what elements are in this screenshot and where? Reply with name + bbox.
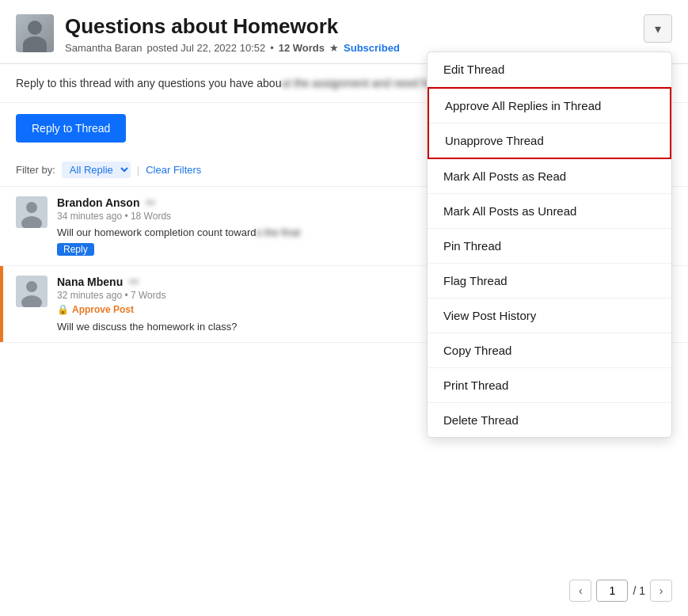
reply-badge-1: ▾▾ [146,197,155,208]
thread-posted: posted Jul 22, 2022 10:52 [147,42,266,54]
thread-text-prefix: Reply to this thread with any questions … [16,77,281,89]
dropdown-item-flag-thread[interactable]: Flag Thread [428,264,671,298]
highlighted-group: Approve All Replies in Thread Unapprove … [428,87,671,159]
filter-label: Filter by: [16,164,55,176]
dropdown-item-copy-thread[interactable]: Copy Thread [428,333,671,368]
approve-post-link[interactable]: 🔒 Approve Post [57,304,134,315]
reply-link-label-1: Reply [57,243,94,256]
thread-bullet: • [270,42,274,54]
page-total: / 1 [633,584,645,597]
pagination: ‹ / 1 › [569,580,672,602]
svg-point-1 [26,202,37,213]
subscribed-label: Subscribed [344,42,400,54]
dropdown-item-print-thread[interactable]: Print Thread [428,368,671,403]
dropdown-item-unapprove-thread[interactable]: Unapprove Thread [429,124,670,158]
dropdown-item-delete-thread[interactable]: Delete Thread [428,403,671,437]
dropdown-menu: Edit Thread Approve All Replies in Threa… [427,51,672,438]
dropdown-button[interactable]: ▾ [644,14,672,43]
reply-avatar-2 [16,276,48,307]
dropdown-item-view-post-history[interactable]: View Post History [428,298,671,333]
thread-text-blurred: ut the assignment and need help [281,77,442,89]
thread-author: Samantha Baran [65,42,143,54]
thread-words: 12 Words [279,42,325,54]
reply-link-1[interactable]: Reply [57,243,94,256]
dropdown-item-edit-thread[interactable]: Edit Thread [428,52,671,87]
thread-title-area: Questions about Homework Samantha Baran … [65,14,636,54]
subscribed-badge: Subscribed [344,42,400,54]
dropdown-item-pin-thread[interactable]: Pin Thread [428,229,671,264]
avatar [16,14,54,52]
reply-avatar-1 [16,196,48,228]
reply-author-2: Nana Mbenu [57,276,123,288]
clear-filters-link[interactable]: Clear Filters [146,164,201,176]
dropdown-item-mark-all-unread[interactable]: Mark All Posts as Unread [428,194,671,229]
star-icon: ★ [329,42,339,54]
thread-title: Questions about Homework [65,14,636,39]
svg-point-4 [26,281,37,292]
approve-icon: 🔒 [57,304,69,315]
next-page-button[interactable]: › [650,580,672,602]
page-number-input[interactable] [596,580,628,602]
filter-select[interactable]: All Replie [62,162,131,178]
reply-to-thread-button[interactable]: Reply to Thread [16,114,126,143]
reply-author-1: Brandon Anson [57,196,139,209]
pipe-separator: | [137,164,139,176]
prev-page-button[interactable]: ‹ [569,580,591,602]
approve-post-label: Approve Post [72,304,134,315]
dropdown-item-mark-all-read[interactable]: Mark All Posts as Read [428,159,671,194]
dropdown-item-approve-all-replies[interactable]: Approve All Replies in Thread [429,89,670,124]
reply-badge-2: ▾▾ [129,276,139,287]
